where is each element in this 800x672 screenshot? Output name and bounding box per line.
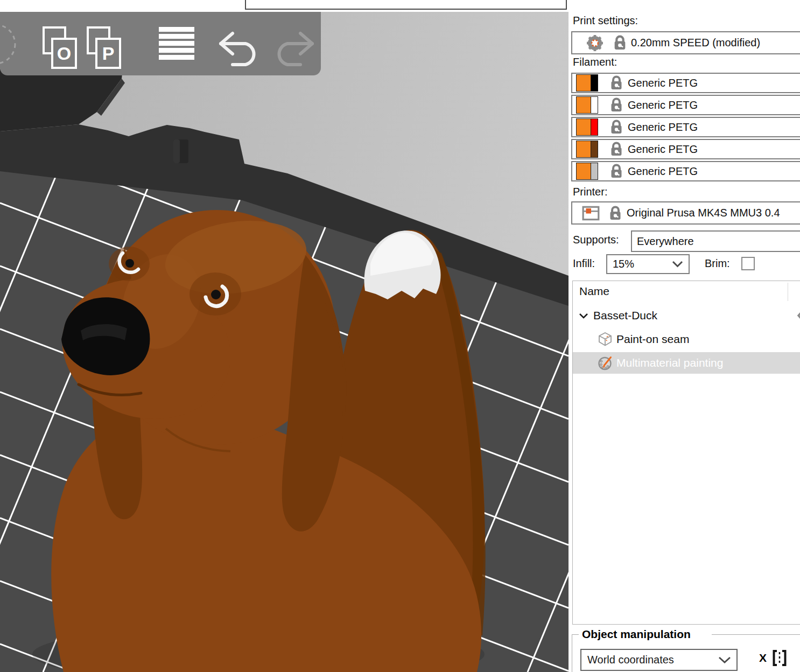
model-left-pupil	[125, 259, 134, 268]
lock-icon	[610, 141, 623, 157]
infill-dropdown[interactable]: 15%	[606, 254, 690, 274]
filament-selector-4[interactable]: Generic PETG	[571, 139, 800, 159]
print-settings-selector[interactable]: 0.20mm SPEED (modified)	[571, 31, 800, 54]
fieldset-border	[572, 634, 579, 635]
filament-color-swatch	[576, 163, 598, 180]
filament-name: Generic PETG	[628, 121, 698, 134]
filament-name: Generic PETG	[628, 99, 698, 111]
lock-icon	[609, 205, 622, 221]
tree-row-object[interactable]: Basset-Duck	[573, 305, 800, 326]
multimaterial-painting-label: Multimaterial painting	[616, 356, 723, 369]
filament-selector-3[interactable]: Generic PETG	[571, 117, 800, 137]
lock-icon	[610, 97, 623, 113]
object-list-column-separator	[788, 283, 788, 301]
printer-selector[interactable]: Original Prusa MK4S MMU3 0.4	[571, 201, 800, 225]
top-search-input[interactable]	[245, 0, 567, 10]
object-list-name-header: Name	[579, 285, 609, 298]
brim-checkbox[interactable]	[741, 257, 755, 270]
fieldset-border	[712, 634, 800, 635]
filament-color-swatch	[576, 96, 598, 114]
filament-name: Generic PETG	[628, 143, 698, 156]
object-manipulation-title: Object manipulation	[580, 628, 693, 641]
tree-row-multimaterial-painting[interactable]: Multimaterial painting	[573, 352, 800, 374]
lock-icon	[610, 163, 623, 179]
filament-selector-5[interactable]: Generic PETG	[571, 161, 800, 181]
model-basset-duck[interactable]	[47, 198, 486, 672]
eye-icon[interactable]	[797, 309, 800, 322]
printer-icon	[582, 205, 600, 221]
redo-icon[interactable]	[269, 31, 315, 67]
settings-panel: Print settings: 0.20mm SPEED (modified) …	[569, 0, 800, 672]
filament-name: Generic PETG	[628, 165, 698, 178]
gear-icon	[586, 34, 603, 52]
filament-selector-1[interactable]: Generic PETG	[571, 73, 800, 93]
filament-selector-2[interactable]: Generic PETG	[571, 95, 800, 115]
model-right-pupil	[211, 290, 221, 299]
filament-color-swatch	[576, 118, 598, 136]
infill-value: 15%	[613, 258, 634, 270]
axis-x-label: X	[759, 652, 767, 664]
axes-frame-icon	[772, 649, 787, 667]
chevron-down-icon	[672, 261, 683, 268]
supports-dropdown[interactable]: Everywhere	[631, 230, 800, 252]
lock-icon	[613, 34, 627, 51]
arrange-icon[interactable]	[0, 23, 19, 66]
coordinates-dropdown[interactable]: World coordinates	[580, 649, 738, 671]
print-settings-value: 0.20mm SPEED (modified)	[631, 37, 760, 49]
object-name: Basset-Duck	[593, 309, 657, 322]
bed-post-highlight	[173, 139, 180, 163]
chevron-down-icon[interactable]	[579, 312, 588, 319]
3d-viewport[interactable]: O P	[0, 0, 569, 672]
variable-layer-height-icon[interactable]	[158, 27, 195, 61]
copy-object-icon[interactable]: O	[42, 26, 79, 70]
paste-object-icon[interactable]: P	[86, 26, 123, 70]
palette-icon	[597, 355, 613, 371]
filament-color-swatch	[576, 141, 598, 158]
svg-text:P: P	[102, 43, 115, 64]
printer-label: Printer:	[573, 186, 607, 198]
fieldset-border	[572, 634, 572, 672]
cube-icon	[597, 331, 613, 347]
main-toolbar: O P	[0, 12, 321, 75]
supports-value: Everywhere	[637, 235, 694, 248]
lock-icon	[610, 119, 623, 135]
chevron-down-icon	[718, 656, 731, 664]
filament-label: Filament:	[573, 56, 617, 68]
svg-text:O: O	[57, 43, 71, 64]
brim-label: Brim:	[705, 257, 730, 270]
print-bed-scene[interactable]	[0, 12, 569, 672]
paint-on-seam-label: Paint-on seam	[616, 333, 689, 346]
print-settings-label: Print settings:	[573, 15, 638, 27]
filament-color-swatch	[576, 74, 598, 92]
lock-icon	[610, 75, 623, 91]
filament-name: Generic PETG	[628, 77, 698, 89]
coordinates-value: World coordinates	[581, 654, 674, 666]
printer-value: Original Prusa MK4S MMU3 0.4	[627, 207, 780, 219]
tree-row-paint-on-seam[interactable]: Paint-on seam	[573, 328, 800, 350]
supports-label: Supports:	[573, 234, 619, 246]
undo-icon[interactable]	[217, 31, 264, 67]
object-list: Name Basset-Duck Paint-on	[572, 281, 800, 625]
infill-label: Infill:	[573, 257, 595, 270]
